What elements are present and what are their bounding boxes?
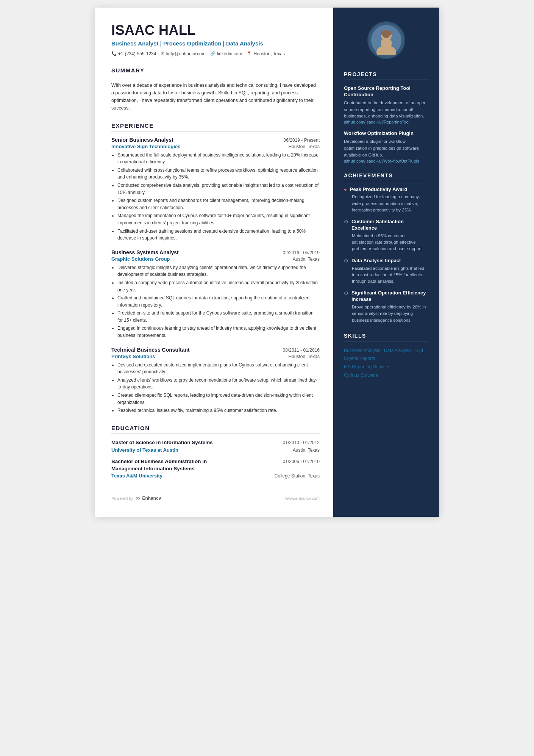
exp-title-2: Business Systems Analyst (111, 249, 179, 255)
avatar-area (344, 21, 429, 59)
person-icon-2: ⚙ (344, 219, 348, 225)
projects-title: PROJECTS (344, 71, 429, 80)
exp-header-2: Business Systems Analyst 02/2016 - 05/20… (111, 249, 320, 255)
skill-line-3: MS Reporting Services · (344, 364, 393, 369)
exp-header-1: Senior Business Analyst 06/2019 - Presen… (111, 137, 320, 143)
edu-location-2: College Station, Texas (275, 473, 320, 479)
skills-text: Business Analysis · Data Analysis · SQL … (344, 347, 429, 379)
achievement-entry-3: ⚙ Data Analysis Impact Facilitated actio… (344, 258, 429, 285)
bullet: Crafted and maintained SQL queries for d… (117, 294, 320, 308)
edu-location-1: Austin, Texas (293, 448, 320, 453)
edu-school-row-2: Texas A&M University College Station, Te… (111, 473, 320, 479)
edu-entry-2: Bachelor of Business Administration in M… (111, 458, 320, 479)
project-link-2: github.com/IsaacHall/WorkflowOptPlugin (344, 159, 429, 163)
bullet: Initiated a company-wide process automat… (117, 279, 320, 293)
exp-title-1: Senior Business Analyst (111, 137, 173, 143)
exp-date-3: 08/2011 - 01/2016 (283, 347, 320, 353)
phone-contact: 📞 +1-(234)-555-1234 (111, 51, 156, 56)
summary-title: SUMMARY (111, 67, 320, 76)
enhancv-logo-icon: ∞ (136, 495, 140, 502)
skill-line-1: Business Analysis · Data Analysis · SQL … (344, 348, 427, 353)
header: ISAAC HALL Business Analyst | Process Op… (111, 23, 320, 56)
email-contact: ✉ help@enhancv.com (161, 51, 205, 56)
bullet: Devised and executed customized implemen… (117, 362, 320, 376)
resume-container: ISAAC HALL Business Analyst | Process Op… (95, 8, 439, 517)
bullet: Resolved technical issues swiftly, maint… (117, 407, 320, 414)
edu-school-2: Texas A&M University (111, 473, 162, 479)
achievement-text-1: Recognized for leading a company-wide pr… (344, 194, 429, 213)
edu-date-2: 01/2006 - 01/2010 (283, 459, 320, 464)
bullet: Collaborated with cross-functional teams… (117, 167, 320, 181)
right-column: PROJECTS Open Source Reporting Tool Cont… (333, 8, 439, 517)
achievements-title: ACHIEVEMENTS (344, 172, 429, 181)
exp-entry-3: Technical Business Consultant 08/2011 - … (111, 347, 320, 414)
exp-date-1: 06/2019 - Present (284, 138, 320, 143)
exp-entry-2: Business Systems Analyst 02/2016 - 05/20… (111, 249, 320, 339)
exp-company-row-2: Graphic Solutions Group Austin, Texas (111, 256, 320, 262)
exp-bullets-1: Spearheaded the full-scale deployment of… (111, 152, 320, 242)
exp-date-2: 02/2016 - 05/2019 (283, 250, 320, 255)
left-column: ISAAC HALL Business Analyst | Process Op… (95, 8, 333, 517)
exp-location-3: Houston, Texas (289, 354, 320, 359)
projects-section: PROJECTS Open Source Reporting Tool Cont… (344, 71, 429, 163)
candidate-title: Business Analyst | Process Optimization … (111, 39, 320, 47)
bullet: Provided on-site and remote support for … (117, 310, 320, 324)
exp-location-2: Austin, Texas (293, 257, 320, 262)
candidate-name: ISAAC HALL (111, 23, 320, 38)
edu-header-1: Master of Science in Information Systems… (111, 439, 320, 446)
achievement-entry-1: ♥ Peak Productivity Award Recognized for… (344, 186, 429, 214)
phone-icon: 📞 (111, 51, 117, 56)
skill-line-2: Crystal Reports · (344, 356, 378, 361)
achievements-section: ACHIEVEMENTS ♥ Peak Productivity Award R… (344, 172, 429, 324)
edu-header-2: Bachelor of Business Administration in M… (111, 458, 320, 473)
skills-title: SKILLS (344, 333, 429, 341)
exp-bullets-2: Delivered strategic insights by analyzin… (111, 264, 320, 339)
project-link-1: github.com/IsaacHall/ReportingTool (344, 120, 429, 124)
experience-section: EXPERIENCE Senior Business Analyst 06/20… (111, 122, 320, 414)
exp-company-row-3: PrintSys Solutions Houston, Texas (111, 354, 320, 359)
achievement-text-2: Maintained a 95% customer satisfaction r… (344, 233, 429, 252)
edu-entry-1: Master of Science in Information Systems… (111, 439, 320, 453)
achievement-entry-2: ⚙ Customer Satisfaction Excellence Maint… (344, 219, 429, 252)
avatar (367, 21, 405, 59)
experience-title: EXPERIENCE (111, 122, 320, 131)
footer: Powered by ∞ Enhancv www.enhancv.com (111, 490, 320, 502)
edu-school-row-1: University of Texas at Austin Austin, Te… (111, 447, 320, 453)
achievement-title-1: Peak Productivity Award (350, 186, 408, 193)
heart-icon: ♥ (344, 187, 347, 193)
exp-bullets-3: Devised and executed customized implemen… (111, 362, 320, 414)
location-icon: 📍 (247, 51, 252, 56)
exp-header-3: Technical Business Consultant 08/2011 - … (111, 347, 320, 353)
exp-company-1: Innovative Sign Technologies (111, 144, 181, 149)
project-entry-2: Workflow Optimization Plugin Developed a… (344, 130, 429, 163)
achievement-header-3: ⚙ Data Analysis Impact (344, 258, 429, 264)
education-section: EDUCATION Master of Science in Informati… (111, 425, 320, 479)
skills-section: SKILLS Business Analysis · Data Analysis… (344, 333, 429, 379)
achievement-header-2: ⚙ Customer Satisfaction Excellence (344, 219, 429, 232)
achievement-header-4: ⚙ Significant Operation Efficiency Incre… (344, 290, 429, 303)
bullet: Created client-specific SQL reports, lea… (117, 392, 320, 406)
footer-url: www.enhancv.com (285, 496, 320, 501)
svg-point-5 (381, 30, 392, 36)
project-text-2: Developed a plugin for workflow optimiza… (344, 138, 429, 158)
bullet: Analyzed clients' workflows to provide r… (117, 377, 320, 391)
email-icon: ✉ (161, 51, 164, 56)
avatar-image (371, 25, 401, 55)
svg-rect-3 (381, 39, 392, 47)
person-icon-4: ⚙ (344, 290, 348, 296)
location-contact: 📍 Houston, Texas (247, 51, 285, 56)
edu-date-1: 01/2010 - 01/2012 (283, 440, 320, 445)
bullet: Designed custom reports and dashboards f… (117, 197, 320, 211)
education-title: EDUCATION (111, 425, 320, 434)
project-entry-1: Open Source Reporting Tool Contribution … (344, 85, 429, 124)
summary-text: With over a decade of experience in busi… (111, 81, 320, 112)
linkedin-contact: 🔗 linkedin.com (210, 51, 242, 56)
project-title-2: Workflow Optimization Plugin (344, 130, 429, 137)
skill-line-4: Cyrious Software (344, 373, 378, 378)
summary-section: SUMMARY With over a decade of experience… (111, 67, 320, 112)
exp-company-2: Graphic Solutions Group (111, 256, 170, 262)
exp-company-3: PrintSys Solutions (111, 354, 155, 359)
exp-location-1: Houston, Texas (289, 144, 320, 149)
bullet: Spearheaded the full-scale deployment of… (117, 152, 320, 166)
edu-degree-1: Master of Science in Information Systems (111, 439, 213, 446)
